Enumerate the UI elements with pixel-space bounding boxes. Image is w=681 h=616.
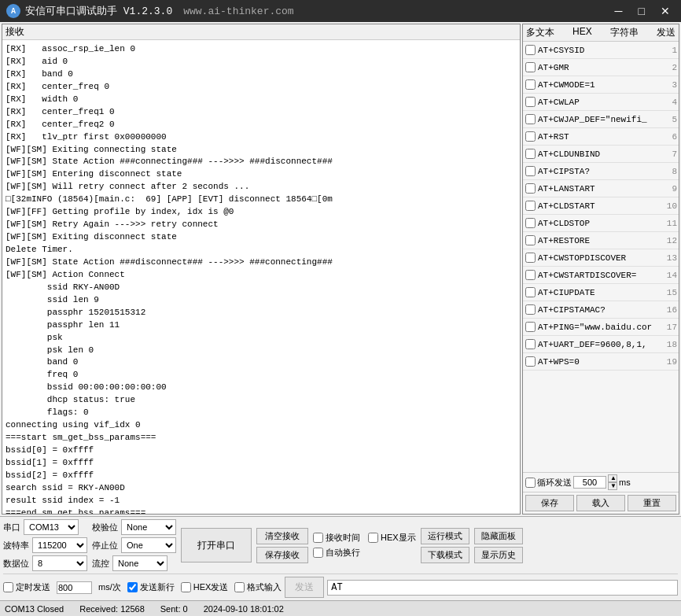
flow-select[interactable]: None [112, 555, 167, 571]
cmd-num: 12 [661, 236, 679, 245]
save-cmd-button[interactable]: 保存 [525, 495, 574, 511]
cmd-text: AT+CIPSTA? [538, 167, 661, 176]
title-bar-left: A 安信可串口调试助手 V1.2.3.0 www.ai-thinker.com [6, 4, 294, 18]
cmd-num: 5 [661, 115, 679, 124]
loop-value-input[interactable] [573, 476, 606, 489]
cmd-checkbox[interactable] [525, 114, 536, 124]
auto-wrap-checkbox-label[interactable]: 自动换行 [313, 547, 360, 559]
received-status: Received: 12568 [79, 604, 145, 614]
new-line-checkbox-label[interactable]: 发送新行 [127, 581, 175, 593]
timed-send-checkbox[interactable] [3, 582, 13, 592]
format-input-checkbox[interactable] [234, 582, 245, 592]
hex-send-checkbox-label[interactable]: HEX发送 [181, 581, 229, 593]
cmd-checkbox[interactable] [525, 183, 536, 194]
ms-unit-label: ms/次 [98, 581, 121, 593]
hex-send-label: HEX发送 [193, 581, 229, 593]
save-recv-button[interactable]: 保存接收 [256, 547, 308, 563]
cmd-text: AT+CIPSTAMAC? [538, 305, 661, 315]
format-input-checkbox-label[interactable]: 格式输入 [234, 581, 282, 593]
timed-value-input[interactable] [57, 581, 92, 594]
baud-select[interactable]: 115200 [32, 537, 87, 553]
cmd-num: 10 [661, 201, 679, 211]
cmd-num: 4 [661, 98, 679, 107]
cmd-checkbox[interactable] [525, 149, 536, 159]
run-mode-button[interactable]: 运行模式 [421, 528, 469, 544]
cmd-text: AT+PING="www.baidu.cor [538, 323, 661, 332]
cmd-text: AT+RESTORE [538, 236, 661, 245]
cmd-checkbox[interactable] [525, 270, 536, 280]
hide-panel-button[interactable]: 隐藏面板 [474, 528, 523, 544]
terminal-output: [RX] assoc_rsp_ie_len 0 [RX] aid 0 [RX] … [2, 40, 520, 514]
download-mode-button[interactable]: 下载模式 [421, 547, 469, 563]
cmd-checkbox[interactable] [525, 322, 536, 332]
loop-spinner: ▲ ▼ [608, 474, 617, 490]
close-button[interactable]: ✕ [656, 5, 675, 17]
loop-label: 循环发送 [537, 477, 572, 489]
cmd-checkbox[interactable] [525, 356, 536, 367]
title-bar-controls: ─ □ ✕ [610, 5, 675, 17]
string-label: 字符串 [610, 26, 639, 39]
minimize-button[interactable]: ─ [610, 5, 628, 17]
new-line-label: 发送新行 [140, 581, 175, 593]
action-buttons: 清空接收 保存接收 [256, 528, 308, 563]
hex-display-label: HEX显示 [381, 532, 416, 544]
received-label: Received: [79, 604, 118, 614]
stop-select[interactable]: One [121, 537, 176, 553]
sent-value: 0 [183, 604, 188, 614]
send-options: 定时发送 ms/次 发送新行 HEX发送 格式输入 [3, 581, 282, 594]
cmd-num: 15 [661, 288, 679, 297]
cmd-checkbox[interactable] [525, 304, 536, 315]
cmd-checkbox[interactable] [525, 166, 536, 176]
loop-checkbox[interactable] [525, 478, 536, 488]
cmd-checkbox[interactable] [525, 45, 536, 55]
right-panel-header: 多文本 HEX 字符串 发送 [523, 24, 679, 42]
port-label: 串口 [3, 522, 20, 533]
sent-status: Sent: 0 [160, 604, 188, 614]
show-history-button[interactable]: 显示历史 [474, 547, 523, 563]
cmd-checkbox[interactable] [525, 62, 536, 72]
cmd-checkbox[interactable] [525, 131, 536, 142]
send-input[interactable] [327, 580, 678, 596]
cmd-text: AT+CLDSTART [538, 201, 661, 211]
cmd-checkbox[interactable] [525, 79, 536, 90]
baud-label: 波特率 [3, 540, 29, 551]
new-line-checkbox[interactable] [127, 582, 138, 592]
auto-wrap-checkbox[interactable] [313, 548, 323, 558]
cmd-num: 17 [661, 323, 679, 332]
open-port-button[interactable]: 打开串口 [181, 528, 252, 563]
check-select[interactable]: None [121, 519, 176, 535]
send-area: 定时发送 ms/次 发送新行 HEX发送 格式输入 发送 [3, 574, 678, 598]
send-button[interactable]: 发送 [285, 577, 324, 598]
cmd-checkbox[interactable] [525, 201, 536, 211]
spin-down-button[interactable]: ▼ [608, 482, 617, 490]
load-cmd-button[interactable]: 载入 [576, 495, 625, 511]
recv-time-checkbox[interactable] [313, 533, 323, 543]
panel-buttons: 隐藏面板 显示历史 [474, 528, 523, 563]
port-select[interactable]: COM13 [24, 519, 79, 535]
spin-up-button[interactable]: ▲ [608, 474, 617, 482]
list-item: AT+CWLAP4 [523, 94, 679, 111]
cmd-checkbox[interactable] [525, 218, 536, 228]
data-bits-label: 数据位 [3, 558, 29, 570]
timed-send-label[interactable]: 定时发送 [3, 581, 50, 593]
datetime-status: 2024-09-10 18:01:02 [204, 604, 284, 614]
mode-buttons: 运行模式 下载模式 [421, 528, 469, 563]
recv-time-checkbox-label[interactable]: 接收时间 [313, 532, 360, 544]
list-item: AT+RST6 [523, 128, 679, 146]
reset-cmd-button[interactable]: 重置 [628, 495, 676, 511]
data-bits-select[interactable]: 8 [32, 555, 87, 571]
maximize-button[interactable]: □ [634, 5, 650, 17]
cmd-checkbox[interactable] [525, 287, 536, 297]
hex-send-checkbox[interactable] [181, 582, 191, 592]
cmd-checkbox[interactable] [525, 235, 536, 245]
cmd-checkbox[interactable] [525, 339, 536, 349]
list-item: AT+CIUPDATE15 [523, 284, 679, 301]
checkboxes-row: 接收时间 HEX显示 [313, 532, 416, 544]
port-settings: 串口 COM13 波特率 115200 数据位 8 [3, 519, 87, 571]
cmd-checkbox[interactable] [525, 97, 536, 107]
hex-display-checkbox[interactable] [368, 533, 378, 543]
hex-display-checkbox-label[interactable]: HEX显示 [368, 532, 416, 544]
cmd-checkbox[interactable] [525, 253, 536, 263]
cmd-text: AT+GMR [538, 63, 661, 72]
clear-recv-button[interactable]: 清空接收 [256, 528, 308, 544]
